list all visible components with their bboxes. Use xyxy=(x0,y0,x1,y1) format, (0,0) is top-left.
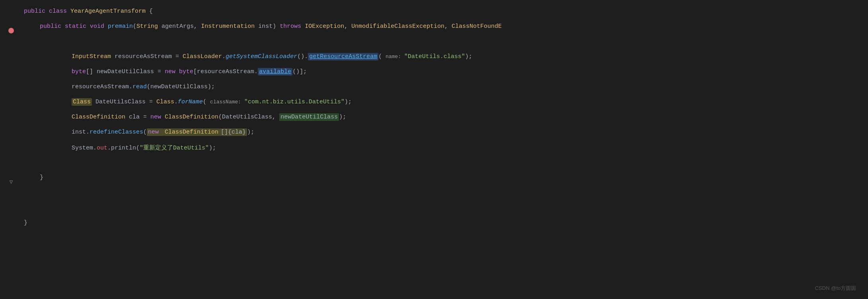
token: byte xyxy=(179,68,193,75)
token: redefineClasses xyxy=(90,129,143,136)
code-line: InputStream resourceAsStream = ClassLoad… xyxy=(0,53,868,68)
token: . xyxy=(222,53,226,60)
token: inst) xyxy=(255,23,280,30)
token: [resourceAsStream. xyxy=(193,68,258,75)
code-line: Class DateUtilsClass = Class.forName( cl… xyxy=(0,99,868,114)
token: System. xyxy=(72,145,97,151)
token: ClassDefinition xyxy=(163,128,220,136)
token: . xyxy=(304,53,308,60)
code-line: ▽} xyxy=(0,174,868,189)
token: available xyxy=(258,68,292,76)
token: ( xyxy=(378,53,385,60)
token: ); xyxy=(247,129,254,136)
token: void xyxy=(90,23,108,30)
code-line: ClassDefinition cla = new ClassDefinitio… xyxy=(0,114,868,129)
token: public xyxy=(40,23,65,30)
token: } xyxy=(40,174,43,181)
token: (DateUtilsClass, xyxy=(218,114,279,120)
line-content: byte[] newDateUtilClass = new byte[resou… xyxy=(72,68,307,75)
token: new xyxy=(165,68,179,75)
line-content: } xyxy=(24,219,27,226)
token: DateUtilsClass = xyxy=(92,99,156,105)
line-content: ClassDefinition cla = new ClassDefinitio… xyxy=(72,114,346,120)
token: new xyxy=(147,128,163,136)
token: public xyxy=(24,8,49,15)
code-line: public static void premain(String agentA… xyxy=(0,23,868,38)
token: .println( xyxy=(107,145,140,151)
code-line: public class YearAgeAgentTransform { xyxy=(0,8,868,23)
line-content: Class DateUtilsClass = Class.forName( cl… xyxy=(72,99,352,105)
token: throws xyxy=(280,23,305,30)
token: ); xyxy=(339,114,346,120)
token: String xyxy=(136,23,158,30)
token: name: xyxy=(385,54,404,60)
token: read xyxy=(132,83,147,90)
code-line: byte[] newDateUtilClass = new byte[resou… xyxy=(0,68,868,83)
line-content: } xyxy=(40,174,43,181)
fold-icon[interactable]: ▽ xyxy=(8,179,14,185)
token: IOException xyxy=(305,23,344,30)
token: []{cla} xyxy=(220,128,247,136)
code-line xyxy=(0,38,868,53)
line-content: InputStream resourceAsStream = ClassLoad… xyxy=(72,53,472,60)
token: resourceAsStream = xyxy=(111,53,183,60)
token: static xyxy=(65,23,90,30)
token: newDateUtilClass xyxy=(279,113,339,121)
watermark-text: CSDN @to方圆圆 xyxy=(815,285,856,292)
token: "DateUtils.class" xyxy=(404,53,465,60)
token: inst. xyxy=(72,129,90,136)
token: ( xyxy=(143,129,147,136)
token: className: xyxy=(210,99,244,105)
token: resourceAsStream. xyxy=(72,83,132,90)
token: ClassNotFoundE xyxy=(452,23,502,30)
token: out xyxy=(97,145,107,151)
token: getSystemClassLoader xyxy=(226,53,297,60)
breakpoint-icon xyxy=(8,27,14,34)
line-content: public static void premain(String agentA… xyxy=(40,23,502,30)
token: getResourceAsStream xyxy=(308,53,378,60)
token: ClassDefinition xyxy=(165,114,218,120)
line-content: resourceAsStream.read(newDateUtilClass); xyxy=(72,83,215,90)
token: , xyxy=(344,23,351,30)
token: ( xyxy=(203,99,210,105)
token: UnmodifiableClassException xyxy=(351,23,444,30)
code-editor: public class YearAgeAgentTransform {publ… xyxy=(0,0,868,299)
token: ()]; xyxy=(292,68,307,75)
token: ); xyxy=(344,99,352,105)
code-line: } xyxy=(0,219,868,235)
token: () xyxy=(297,53,304,60)
code-line: System.out.println("重新定义了DateUtils"); xyxy=(0,144,868,159)
token: ClassLoader xyxy=(183,53,222,60)
token: "重新定义了DateUtils" xyxy=(140,145,209,151)
line-content: public class YearAgeAgentTransform { xyxy=(24,8,153,15)
token: } xyxy=(24,219,27,226)
token: , xyxy=(444,23,452,30)
token: InputStream xyxy=(72,53,111,60)
code-line xyxy=(0,189,868,204)
token: new xyxy=(150,114,165,120)
token: ClassDefinition xyxy=(72,114,125,120)
token: premain xyxy=(108,23,133,30)
token: class xyxy=(49,8,70,15)
code-line xyxy=(0,159,868,174)
code-line xyxy=(0,204,868,219)
code-line: resourceAsStream.read(newDateUtilClass); xyxy=(0,83,868,99)
token: byte xyxy=(72,68,86,75)
line-content: inst.redefineClasses(new ClassDefinition… xyxy=(72,129,254,136)
token: ); xyxy=(209,145,216,151)
token: { xyxy=(146,8,153,15)
line-content: System.out.println("重新定义了DateUtils"); xyxy=(72,144,216,151)
token: . xyxy=(174,99,178,105)
token: "com.nt.biz.utils.DateUtils" xyxy=(244,99,344,105)
token: ( xyxy=(133,23,136,30)
token: Instrumentation xyxy=(201,23,255,30)
code-line: inst.redefineClasses(new ClassDefinition… xyxy=(0,129,868,144)
token: [] newDateUtilClass = xyxy=(86,68,165,75)
token: Class xyxy=(72,98,92,106)
token: YearAgeAgentTransform xyxy=(70,8,146,15)
token: forName xyxy=(178,99,203,105)
token: Class xyxy=(156,99,174,105)
token: ); xyxy=(465,53,472,60)
token: cla = xyxy=(125,114,150,120)
token: agentArgs, xyxy=(158,23,201,30)
